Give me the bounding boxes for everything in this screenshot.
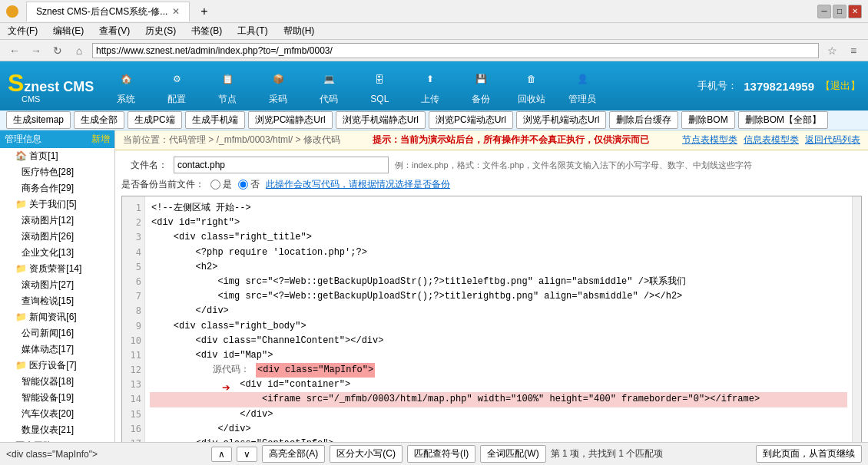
menu-bookmarks[interactable]: 书签(B) (187, 23, 227, 39)
btn-gen-all[interactable]: 生成全部 (74, 111, 124, 129)
radio-no[interactable] (238, 180, 248, 190)
browser-tab[interactable]: Sznest CMS-后台CMS系统-修... ✕ (26, 2, 190, 21)
tree-item-company-news[interactable]: 公司新闻[16] (0, 325, 114, 341)
tree-item-query[interactable]: 查询检说[15] (0, 293, 114, 309)
highlight-code: <div class="MapInfo"> (256, 363, 375, 378)
tree-item-media[interactable]: 媒体动态[17] (0, 341, 114, 358)
tree-item-honor[interactable]: 📁 资质荣誉[14] (0, 261, 114, 277)
btn-highlight-all[interactable]: 高亮全部(A) (262, 445, 325, 463)
btn-regex[interactable]: 匹配查符号(I) (407, 445, 475, 463)
nav-label-collect: 采码 (269, 93, 287, 106)
info-model-link[interactable]: 信息表模型类 (744, 134, 799, 147)
code-line-15: </div> (150, 407, 847, 422)
nav-label-nodes: 节点 (218, 93, 237, 106)
scrollbar[interactable] (852, 196, 861, 442)
tree-item-scroll1[interactable]: 滚动图片[12] (0, 213, 114, 229)
menu-view[interactable]: 查看(V) (94, 23, 134, 39)
btn-pc-dynamic-url[interactable]: 浏览PC端动态Url (429, 111, 513, 129)
nav-icon-system[interactable]: 🏠 系统 (101, 64, 151, 107)
btn-mobile-static-url[interactable]: 浏览手机端静态Url (336, 111, 426, 129)
btn-sitemap[interactable]: 生成sitemap (6, 111, 71, 129)
url-input[interactable] (92, 43, 819, 58)
btn-del-bom[interactable]: 删除BOM (681, 111, 734, 129)
nav-menu-button[interactable]: ≡ (845, 42, 862, 59)
tree-item-smart1[interactable]: 智能仪器[18] (0, 374, 114, 390)
reload-button[interactable]: ↻ (49, 42, 66, 59)
bookmark-star[interactable]: ☆ (823, 42, 840, 59)
tree-item-equipment[interactable]: 📁 医疗设备[7] (0, 358, 114, 374)
tree-item-scroll2[interactable]: 滚动图片[26] (0, 229, 114, 245)
nav-icon-config[interactable]: ⚙ 配置 (152, 64, 201, 107)
maximize-button[interactable]: □ (833, 5, 846, 18)
node-model-link[interactable]: 节点表模型类 (682, 134, 737, 147)
menu-history[interactable]: 历史(S) (141, 23, 181, 39)
code-line-9: <div class="right_body"> (150, 319, 847, 334)
nav-icon-upload[interactable]: ⬆ 上传 (406, 64, 455, 107)
return-list-link[interactable]: 返回代码列表 (805, 134, 860, 147)
tree-item-business[interactable]: 商务合作[29] (0, 180, 114, 196)
code-line-8: </div> (150, 304, 847, 318)
menu-help[interactable]: 帮助(H) (279, 23, 320, 39)
function-bar: 生成sitemap 生成全部 生成PC端 生成手机端 浏览PC端静态Url 浏览… (0, 110, 868, 130)
tree-item-car[interactable]: 汽车仪表[20] (0, 406, 114, 422)
result-text: 第 1 项，共找到 1 个匹配项 (551, 447, 751, 460)
nav-label-recycle: 回收站 (518, 93, 545, 106)
tree-item-scroll3[interactable]: 滚动图片[27] (0, 277, 114, 293)
close-button[interactable]: ✕ (848, 5, 862, 18)
menu-tools[interactable]: 工具(T) (233, 23, 272, 39)
logout-button[interactable]: 【退出】 (820, 79, 860, 93)
minimize-button[interactable]: ─ (817, 5, 831, 18)
nav-icon-recycle[interactable]: 🗑 回收站 (507, 64, 556, 107)
tree-item-digital[interactable]: 数显仪表[21] (0, 422, 114, 438)
code-content[interactable]: ➔ <!--左侧区域 开始--> <div id="right"> <div c… (145, 196, 852, 442)
file-input[interactable] (174, 157, 389, 173)
back-button[interactable]: ← (6, 42, 23, 59)
code-line-7: <img src="<?=Web::getBackupUploadStr();?… (150, 289, 847, 304)
nav-icon-code[interactable]: 💻 代码 (304, 64, 353, 107)
code-line-12: 源代码： <div class="MapInfo"> (150, 363, 847, 378)
sidebar-new-button[interactable]: 新增 (91, 133, 110, 146)
code-line-11: <div id="Map"> (150, 348, 847, 363)
nav-icon-nodes[interactable]: 📋 节点 (203, 64, 252, 107)
tree-item-home[interactable]: 🏠 首页[1] (0, 148, 114, 164)
btn-del-cache[interactable]: 删除后台缓存 (609, 111, 678, 129)
btn-gen-mobile[interactable]: 生成手机端 (185, 111, 245, 129)
forward-button[interactable]: → (28, 42, 45, 59)
home-button[interactable]: ⌂ (71, 42, 88, 59)
nav-icon-collect[interactable]: 📦 采码 (253, 64, 303, 107)
sidebar-header: 管理信息 新增 (0, 130, 114, 148)
radio-yes-label[interactable]: 是 (210, 178, 232, 191)
menu-file[interactable]: 文件(F) (3, 23, 42, 39)
btn-del-bom-all[interactable]: 删除BOM【全部】 (738, 111, 828, 129)
nav-icon-admin[interactable]: 👤 管理员 (558, 64, 607, 107)
nav-icon-sql[interactable]: 🗄 SQL (355, 64, 404, 107)
tree-item-smart2[interactable]: 智能设备[19] (0, 390, 114, 406)
tree-item-about[interactable]: 📁 关于我们[5] (0, 196, 114, 213)
nav-icon-backup[interactable]: 💾 备份 (456, 64, 505, 107)
radio-yes[interactable] (210, 180, 220, 190)
tree-item-culture[interactable]: 企业文化[13] (0, 245, 114, 261)
btn-mobile-dynamic-url[interactable]: 浏览手机端动态Url (516, 111, 606, 129)
tab-close-button[interactable]: ✕ (172, 6, 180, 17)
nav-label-system: 系统 (117, 93, 135, 106)
btn-whole-word[interactable]: 全词匹配(W) (480, 445, 545, 463)
new-tab-button[interactable]: + (193, 2, 215, 21)
backup-icon: 💾 (469, 67, 493, 91)
system-icon: 🏠 (114, 67, 138, 91)
top-right-info: 手机号： 13798214959 【退出】 (697, 79, 860, 93)
btn-gen-pc[interactable]: 生成PC端 (128, 111, 182, 129)
nav-label-backup: 备份 (472, 93, 490, 106)
btn-up[interactable]: ∧ (211, 447, 232, 462)
radio-no-label[interactable]: 否 (238, 178, 260, 191)
copy-link[interactable]: 此操作会改写代码，请根据情况选择是否备份 (266, 178, 450, 191)
tree-item-news[interactable]: 📁 新闻资讯[6] (0, 309, 114, 325)
code-line-2: <div id="right"> (150, 216, 847, 230)
btn-down[interactable]: ∨ (237, 447, 257, 462)
btn-case-sensitive[interactable]: 区分大小写(C) (330, 445, 403, 463)
code-line-1: <!--左侧区域 开始--> (150, 201, 847, 216)
btn-pc-static-url[interactable]: 浏览PC端静态Url (248, 111, 333, 129)
tree-item-medical[interactable]: 医疗特色[28] (0, 164, 114, 180)
menu-edit[interactable]: 编辑(E) (48, 23, 88, 39)
tree-item-team[interactable]: 医疗团队[8] (0, 438, 114, 442)
btn-goto-page[interactable]: 到此页面，从首页继续 (756, 445, 862, 463)
